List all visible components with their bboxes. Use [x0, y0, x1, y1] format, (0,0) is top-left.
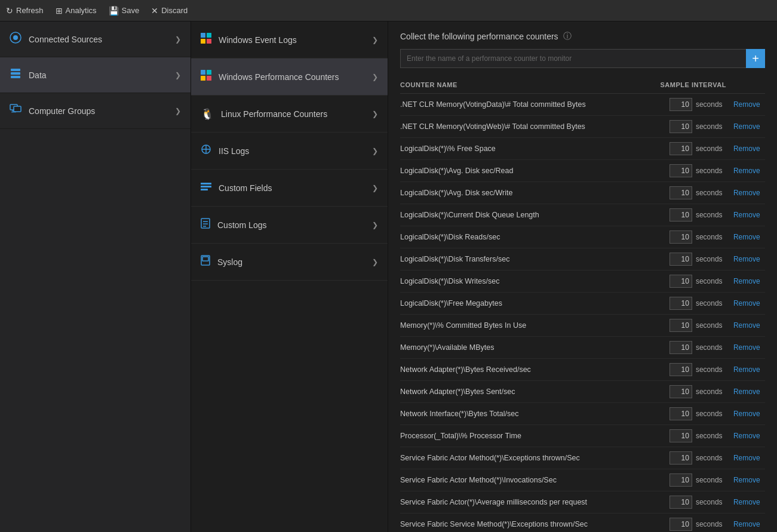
interval-cell: seconds: [601, 94, 729, 116]
interval-input[interactable]: [669, 186, 692, 199]
menu-item-syslog[interactable]: Syslog ❯: [191, 244, 388, 281]
remove-button[interactable]: Remove: [729, 520, 760, 528]
sidebar-item-data[interactable]: Data ❯: [0, 57, 191, 93]
interval-input[interactable]: [669, 518, 692, 531]
remove-button[interactable]: Remove: [729, 189, 760, 197]
remove-button[interactable]: Remove: [729, 343, 760, 352]
menu-item-custom-logs[interactable]: Custom Logs ❯: [191, 207, 388, 244]
action-cell: Remove: [729, 447, 765, 469]
remove-button[interactable]: Remove: [729, 255, 760, 263]
custom-logs-icon: [201, 218, 210, 232]
svg-rect-13: [201, 70, 205, 75]
save-label: Save: [122, 6, 140, 15]
interval-input[interactable]: [669, 451, 692, 465]
table-row: LogicalDisk(*)\Avg. Disk sec/Read second…: [400, 160, 765, 182]
remove-button[interactable]: Remove: [729, 167, 760, 175]
sidebar-item-computer-groups[interactable]: Computer Groups ❯: [0, 93, 191, 129]
action-cell: Remove: [729, 160, 765, 182]
interval-unit: seconds: [696, 498, 729, 506]
remove-button[interactable]: Remove: [729, 144, 760, 153]
remove-button[interactable]: Remove: [729, 388, 760, 396]
interval-input[interactable]: [669, 429, 692, 442]
save-button[interactable]: 💾 Save: [109, 6, 140, 16]
interval-input[interactable]: [669, 98, 692, 111]
remove-button[interactable]: Remove: [729, 454, 760, 462]
interval-unit: seconds: [696, 277, 729, 285]
sidebar-item-connected-sources[interactable]: Connected Sources ❯: [0, 21, 191, 57]
interval-input[interactable]: [669, 363, 692, 376]
interval-input[interactable]: [669, 319, 692, 332]
interval-input[interactable]: [669, 341, 692, 354]
remove-button[interactable]: Remove: [729, 299, 760, 307]
remove-button[interactable]: Remove: [729, 233, 760, 241]
remove-button[interactable]: Remove: [729, 100, 760, 109]
interval-input[interactable]: [669, 142, 692, 155]
menu-item-custom-fields[interactable]: Custom Fields ❯: [191, 170, 388, 207]
menu-item-linux-perf-counters[interactable]: 🐧 Linux Performance Counters ❯: [191, 96, 388, 133]
counter-name-cell: Service Fabric Actor(*)\Average millisec…: [400, 491, 601, 513]
interval-cell: seconds: [601, 359, 729, 381]
interval-input[interactable]: [669, 496, 692, 509]
counter-name-cell: Service Fabric Actor Method(*)\Exception…: [400, 447, 601, 469]
remove-button[interactable]: Remove: [729, 410, 760, 418]
svg-rect-16: [207, 76, 211, 81]
interval-input[interactable]: [669, 407, 692, 420]
interval-input[interactable]: [669, 208, 692, 222]
data-icon: [10, 67, 22, 82]
sidebar-item-data-label: Data: [29, 70, 47, 80]
menu-item-syslog-label: Syslog: [217, 257, 242, 267]
table-row: .NET CLR Memory(VotingData)\# Total comm…: [400, 94, 765, 116]
remove-button[interactable]: Remove: [729, 277, 760, 285]
interval-input[interactable]: [669, 297, 692, 310]
counter-table: COUNTER NAME SAMPLE INTERVAL .NET CLR Me…: [400, 78, 765, 532]
search-input[interactable]: [400, 49, 746, 68]
interval-input[interactable]: [669, 473, 692, 487]
add-counter-button[interactable]: +: [746, 49, 765, 68]
table-row: Service Fabric Actor Method(*)\Invocatio…: [400, 469, 765, 491]
table-row: LogicalDisk(*)\Free Megabytes seconds Re…: [400, 293, 765, 315]
info-icon[interactable]: ⓘ: [563, 31, 572, 42]
table-row: Memory(*)\% Committed Bytes In Use secon…: [400, 315, 765, 337]
table-row: Network Adapter(*)\Bytes Received/sec se…: [400, 359, 765, 381]
connected-sources-chevron: ❯: [175, 35, 181, 44]
menu-item-windows-event-logs[interactable]: Windows Event Logs ❯: [191, 21, 388, 59]
table-row: Network Interface(*)\Bytes Total/sec sec…: [400, 403, 765, 425]
interval-input[interactable]: [669, 275, 692, 288]
linux-perf-counters-icon: 🐧: [201, 107, 214, 121]
remove-button[interactable]: Remove: [729, 476, 760, 484]
svg-rect-3: [11, 72, 20, 75]
remove-button[interactable]: Remove: [729, 122, 760, 131]
refresh-button[interactable]: ↻ Refresh: [6, 6, 44, 16]
interval-input[interactable]: [669, 120, 692, 133]
interval-input[interactable]: [669, 230, 692, 244]
menu-item-iis-logs-label: IIS Logs: [219, 146, 249, 156]
analytics-label: Analytics: [66, 6, 97, 15]
action-cell: Remove: [729, 204, 765, 226]
interval-cell: seconds: [601, 403, 729, 425]
svg-rect-21: [201, 186, 211, 187]
action-cell: Remove: [729, 248, 765, 270]
interval-input[interactable]: [669, 253, 692, 266]
interval-unit: seconds: [696, 233, 729, 241]
remove-button[interactable]: Remove: [729, 211, 760, 219]
analytics-button[interactable]: ⊞ Analytics: [56, 6, 97, 16]
counter-name-cell: Processor(_Total)\% Processor Time: [400, 425, 601, 447]
menu-item-iis-logs[interactable]: IIS Logs ❯: [191, 133, 388, 170]
sidebar-item-computer-groups-label: Computer Groups: [29, 106, 95, 116]
interval-input[interactable]: [669, 385, 692, 398]
interval-cell: seconds: [601, 204, 729, 226]
remove-button[interactable]: Remove: [729, 498, 760, 506]
remove-button[interactable]: Remove: [729, 365, 760, 374]
interval-input[interactable]: [669, 164, 692, 177]
remove-button[interactable]: Remove: [729, 321, 760, 330]
col-header-interval: SAMPLE INTERVAL: [601, 78, 729, 94]
computer-groups-chevron: ❯: [175, 107, 181, 115]
menu-item-windows-perf-counters[interactable]: Windows Performance Counters ❯: [191, 59, 388, 96]
discard-button[interactable]: ✕ Discard: [151, 6, 188, 16]
counter-name-cell: Network Adapter(*)\Bytes Sent/sec: [400, 381, 601, 403]
windows-perf-counters-chevron: ❯: [372, 73, 378, 81]
interval-unit: seconds: [696, 343, 729, 352]
remove-button[interactable]: Remove: [729, 432, 760, 440]
action-cell: Remove: [729, 491, 765, 513]
interval-cell: seconds: [601, 270, 729, 293]
